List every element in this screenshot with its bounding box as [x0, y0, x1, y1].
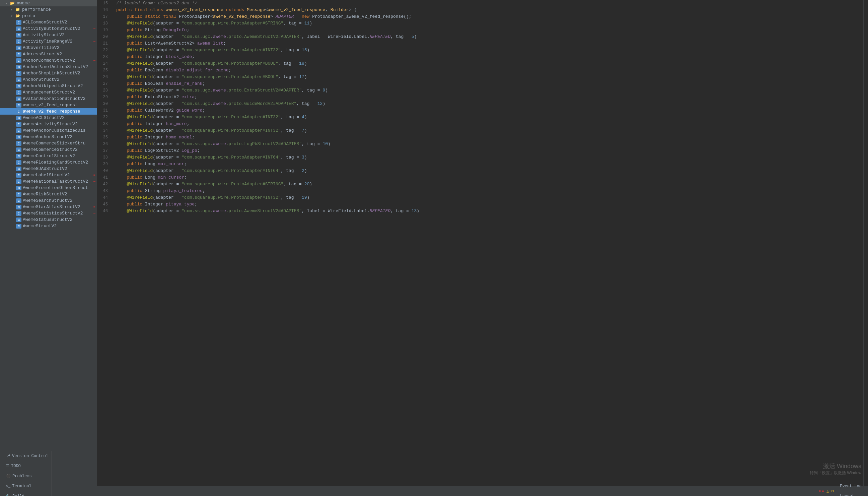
bottom-tab-problems[interactable]: ⚫Problems	[3, 471, 52, 481]
sidebar-item-awemeaclstructv2[interactable]: AwemeACLStructV2	[0, 114, 97, 121]
sidebar-item-awemestaratlasstructv2[interactable]: AwemeStarAtlasStructV2≡	[0, 204, 97, 210]
sidebar-item-awemestructv2[interactable]: AwemeStructV2	[0, 223, 97, 229]
sidebar-item-label: aweme	[17, 1, 95, 6]
code-line: 30 @WireField(adapter = "com.ss.ugc.awem…	[97, 100, 863, 107]
tab-label: TODO	[11, 464, 21, 468]
sidebar-item-awemefloatingcardstructv2[interactable]: AwemeFloatingCardStructV2	[0, 159, 97, 166]
code-content: public Integer block_code;	[112, 53, 863, 60]
sidebar-item-awemepromotionotherstruct[interactable]: AwemePromotionOtherStruct	[0, 185, 97, 191]
sidebar-item-anchorwikipediastructv2[interactable]: AnchorWikipediaStructV2	[0, 83, 97, 89]
class-icon	[16, 160, 21, 165]
sidebar-item-label: AnchorPanelActionStructV2	[23, 64, 95, 69]
line-number: 46	[97, 208, 112, 215]
tab-label: Problems	[12, 474, 32, 479]
sidebar-item-awemeriskstructv2[interactable]: AwemeRiskStructV2	[0, 191, 97, 197]
sidebar-item-awemecommercestructv2[interactable]: AwemeCommerceStructV2	[0, 146, 97, 153]
sidebar-item-avatardecorationstructv2[interactable]: AvatarDecorationStructV2	[0, 95, 97, 102]
sidebar-item-label: AwemeControlStructV2	[23, 154, 95, 158]
right-tab-event-log[interactable]: Event Log	[837, 481, 865, 491]
line-number: 24	[97, 60, 112, 67]
sidebar-item-announcementstructv2[interactable]: AnnouncementStructV2	[0, 89, 97, 95]
sidebar-item-label: AwemeAnchorStructV2	[23, 134, 95, 139]
sidebar-item-label: AwemeStatusStructV2	[23, 217, 95, 222]
sidebar-item-awemelabelstructv2[interactable]: AwemeLabelStructV2≡	[0, 172, 97, 178]
tab-label: Build	[12, 494, 25, 496]
sidebar-item-awemeanchorcustomizeddis[interactable]: AwemeAnchorCustomizedDis	[0, 127, 97, 134]
sidebar-item-aclcommonstructv2[interactable]: ACLCommonStructV2	[0, 19, 97, 26]
line-number: 32	[97, 114, 112, 121]
bottom-tab-terminal[interactable]: >_Terminal	[3, 481, 52, 491]
code-content: @WireField(adapter = "com.squareup.wire.…	[112, 127, 863, 134]
code-content: public List<AwemeStructV2> aweme_list;	[112, 40, 863, 47]
problems-icon: ⚫	[6, 474, 11, 478]
line-number: 40	[97, 168, 112, 174]
tab-icon: >_	[6, 484, 10, 488]
sidebar-item-label: AwemeACLStructV2	[23, 115, 95, 120]
code-content: @WireField(adapter = "com.squareup.wire.…	[112, 114, 863, 121]
sidebar-item-activitybuttonstructv2[interactable]: ActivityButtonStructV2—	[0, 26, 97, 32]
mark-indicator: ≡	[93, 173, 95, 177]
line-number: 36	[97, 141, 112, 148]
sidebar-item-awemeactivitystructv2[interactable]: AwemeActivityStructV2—	[0, 121, 97, 127]
sidebar-item-anchorcommonstructv2[interactable]: AnchorCommonStructV2—	[0, 57, 97, 64]
error-indicator: —	[93, 27, 95, 31]
sidebar-item-awemegdadstructv2[interactable]: AwemeGDAdStructV2	[0, 166, 97, 172]
sidebar-item-awemestatusstructv2[interactable]: AwemeStatusStructV2	[0, 217, 97, 223]
code-content: public String DebugInfo;	[112, 27, 863, 33]
line-number: 37	[97, 148, 112, 154]
code-line: 31 public GuideWordV2 guide_word;	[97, 107, 863, 114]
code-line: 24 @WireField(adapter = "com.squareup.wi…	[97, 60, 863, 67]
class-icon	[16, 167, 21, 171]
sidebar-item-anchorshoplinkstructv2[interactable]: AnchorShopLinkStructV2	[0, 70, 97, 76]
class-icon	[16, 198, 21, 203]
sidebar-item-aweme_v2_feed_request[interactable]: aweme_v2_feed_request	[0, 102, 97, 108]
sidebar-item-label: AwemeCommerceStickerStru	[23, 141, 95, 146]
sidebar-item-activitystructv2[interactable]: ActivityStructV2	[0, 32, 97, 38]
error-badge: ⊘ 4	[819, 489, 824, 493]
class-icon	[16, 217, 21, 222]
code-line: 32 @WireField(adapter = "com.squareup.wi…	[97, 114, 863, 121]
sidebar-item-label: AnchorShopLinkStructV2	[23, 71, 95, 76]
right-tab-layout[interactable]: Layout	[837, 491, 865, 496]
sidebar-item-performance[interactable]: performance	[0, 6, 97, 13]
sidebar-item-awemesearchstructv2[interactable]: AwemeSearchStructV2	[0, 197, 97, 204]
code-line: 43 public String pitaya_features;	[97, 188, 863, 195]
class-icon	[16, 224, 21, 229]
sidebar-item-awemecontrolstructv2[interactable]: AwemeControlStructV2	[0, 153, 97, 159]
class-icon	[16, 20, 21, 25]
code-content: @WireField(adapter = "com.squareup.wire.…	[112, 20, 863, 27]
sidebar-item-anchorpanelactionstructv2[interactable]: AnchorPanelActionStructV2	[0, 64, 97, 70]
tab-icon: ⎇	[6, 454, 10, 458]
line-number: 19	[97, 27, 112, 33]
sidebar-item-anchorstructv2[interactable]: AnchorStructV2	[0, 76, 97, 83]
sidebar-item-awemeanchorstructv2[interactable]: AwemeAnchorStructV2	[0, 134, 97, 140]
sidebar-item-activitytimerangev2[interactable]: ActivityTimeRangeV2—	[0, 38, 97, 45]
code-content: @WireField(adapter = "com.ss.ugc.aweme.p…	[112, 87, 863, 94]
line-number: 34	[97, 127, 112, 134]
code-line: 25 public Boolean disable_adjust_for_cac…	[97, 67, 863, 74]
line-number: 21	[97, 40, 112, 47]
error-indicator: —	[93, 122, 95, 126]
line-number: 28	[97, 87, 112, 94]
sidebar-item-label: AwemeStructV2	[23, 223, 95, 229]
code-line: 16public final class aweme_v2_feed_respo…	[97, 7, 863, 13]
sidebar-item-proto[interactable]: proto	[0, 13, 97, 19]
sidebar-item-label: AwemeStatisticsStructV2	[23, 211, 93, 216]
sidebar-item-awemecommercestickerstru[interactable]: AwemeCommerceStickerStru	[0, 140, 97, 146]
sidebar-item-aweme_v2_feed_response[interactable]: aweme_v2_feed_response	[0, 108, 97, 114]
line-number: 22	[97, 47, 112, 53]
sidebar-item-label: ActivityTimeRangeV2	[23, 39, 93, 44]
class-icon	[16, 148, 21, 152]
sidebar-item-addressstructv2[interactable]: AddressStructV2	[0, 51, 97, 57]
class-icon	[16, 103, 21, 108]
code-line: 20 @WireField(adapter = "com.ss.ugc.awem…	[97, 33, 863, 40]
sidebar-item-awemenationaltaskstructv2[interactable]: AwemeNationalTaskStructV2—	[0, 178, 97, 185]
sidebar-item-awemestatisticsstructv2[interactable]: AwemeStatisticsStructV2—	[0, 210, 97, 217]
bottom-tab-todo[interactable]: ☰TODO	[3, 461, 52, 471]
sidebar-item-aweme[interactable]: aweme	[0, 0, 97, 6]
code-line: 28 @WireField(adapter = "com.ss.ugc.awem…	[97, 87, 863, 94]
bottom-tab-build[interactable]: 🔨Build	[3, 491, 52, 496]
class-icon	[16, 135, 21, 139]
bottom-tab-version-control[interactable]: ⎇Version Control	[3, 451, 52, 461]
sidebar-item-adcovertitlev2[interactable]: AdCoverTitleV2	[0, 45, 97, 51]
